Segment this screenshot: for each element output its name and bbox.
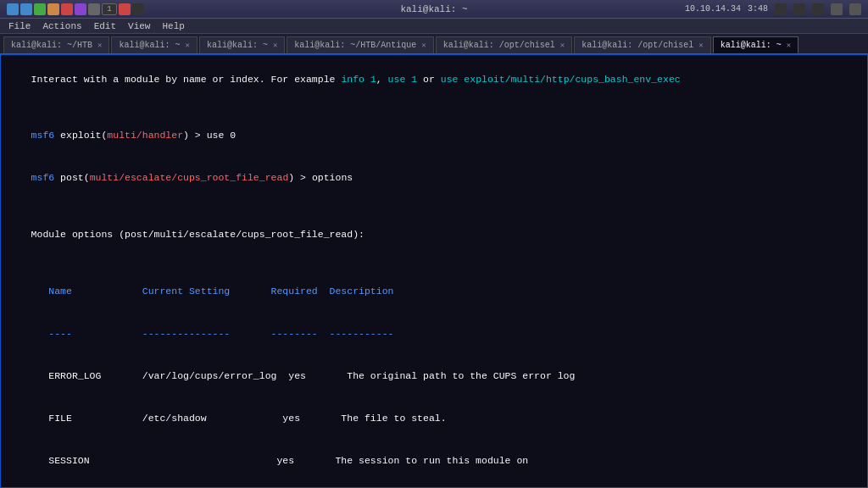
taskbar-icon-4 xyxy=(47,3,59,15)
titlebar-left: 1 xyxy=(7,3,144,15)
table-row-session: SESSION yes The session to run this modu… xyxy=(8,440,860,482)
terminal[interactable]: Interact with a module by name or index.… xyxy=(0,54,868,488)
menubar: File Actions Edit View Help xyxy=(0,19,868,34)
line-8 xyxy=(8,482,860,488)
table-header-row: Name Current Setting Required Descriptio… xyxy=(8,270,860,313)
tab-7[interactable]: kali@kali: ~ ✕ xyxy=(713,36,798,53)
tab-4-close[interactable]: ✕ xyxy=(421,41,426,50)
tab-5-label: kali@kali: /opt/chisel xyxy=(443,41,555,50)
tab-6-close[interactable]: ✕ xyxy=(698,41,703,50)
line-6: Module options (post/multi/escalate/cups… xyxy=(8,214,860,256)
taskbar-icon-8: 1 xyxy=(102,3,117,15)
tab-4-label: kali@kali: ~/HTB/Antique xyxy=(294,41,416,50)
taskbar-icons: 1 xyxy=(7,3,144,15)
taskbar-icon-3 xyxy=(34,3,46,15)
tab-6[interactable]: kali@kali: /opt/chisel ✕ xyxy=(574,36,710,53)
taskbar-icon-1 xyxy=(7,3,19,15)
tab-2-label: kali@kali: ~ xyxy=(119,41,180,50)
maximize-button[interactable] xyxy=(849,3,861,15)
tab-2[interactable]: kali@kali: ~ ✕ xyxy=(111,36,197,53)
line-4: msf6 post(multi/escalate/cups_root_file_… xyxy=(8,158,860,200)
clock: 3:48 xyxy=(748,4,768,14)
network-icon xyxy=(775,3,787,15)
line-7 xyxy=(8,256,860,270)
tab-5[interactable]: kali@kali: /opt/chisel ✕ xyxy=(436,36,572,53)
line-1: Interact with a module by name or index.… xyxy=(8,58,860,101)
ip-address: 10.10.14.34 xyxy=(685,4,741,14)
tab-3-label: kali@kali: ~ xyxy=(207,41,268,50)
tab-3[interactable]: kali@kali: ~ ✕ xyxy=(199,36,285,53)
menu-edit[interactable]: Edit xyxy=(89,20,121,32)
tab-3-close[interactable]: ✕ xyxy=(273,41,277,50)
titlebar-right: 10.10.14.34 3:48 xyxy=(685,3,861,15)
taskbar-icon-2 xyxy=(20,3,32,15)
line-2 xyxy=(8,101,860,115)
tab-2-close[interactable]: ✕ xyxy=(185,41,189,50)
line-5 xyxy=(8,200,860,214)
tab-1[interactable]: kali@kali: ~/HTB ✕ xyxy=(3,36,109,53)
table-row-file: FILE /etc/shadow yes The file to steal. xyxy=(8,397,860,440)
volume-icon xyxy=(793,3,805,15)
menu-view[interactable]: View xyxy=(123,20,155,32)
taskbar-icon-10 xyxy=(132,3,144,15)
tab-7-label: kali@kali: ~ xyxy=(721,41,782,50)
menu-help[interactable]: Help xyxy=(157,20,189,32)
lock-icon xyxy=(812,3,824,15)
minimize-button[interactable] xyxy=(831,3,843,15)
window-title: kali@kali: ~ xyxy=(400,4,467,14)
titlebar: 1 kali@kali: ~ 10.10.14.34 3:48 xyxy=(0,0,868,19)
taskbar-icon-9 xyxy=(119,3,131,15)
tab-7-close[interactable]: ✕ xyxy=(787,41,791,50)
table-row-errorlog: ERROR_LOG /var/log/cups/error_log yes Th… xyxy=(8,355,860,397)
tab-1-close[interactable]: ✕ xyxy=(97,41,102,50)
tab-6-label: kali@kali: /opt/chisel xyxy=(581,41,693,50)
tab-5-close[interactable]: ✕ xyxy=(560,41,565,50)
menu-file[interactable]: File xyxy=(3,20,36,32)
taskbar-icon-5 xyxy=(61,3,73,15)
tabs-bar: kali@kali: ~/HTB ✕ kali@kali: ~ ✕ kali@k… xyxy=(0,34,868,54)
tab-4[interactable]: kali@kali: ~/HTB/Antique ✕ xyxy=(287,36,433,53)
menu-actions[interactable]: Actions xyxy=(37,20,86,32)
tab-1-label: kali@kali: ~/HTB xyxy=(11,41,92,50)
line-3: msf6 exploit(multi/handler) > use 0 xyxy=(8,115,860,158)
taskbar-icon-6 xyxy=(75,3,86,15)
table-divider-row: ---- --------------- -------- ----------… xyxy=(8,313,860,355)
taskbar-icon-7 xyxy=(88,3,100,15)
